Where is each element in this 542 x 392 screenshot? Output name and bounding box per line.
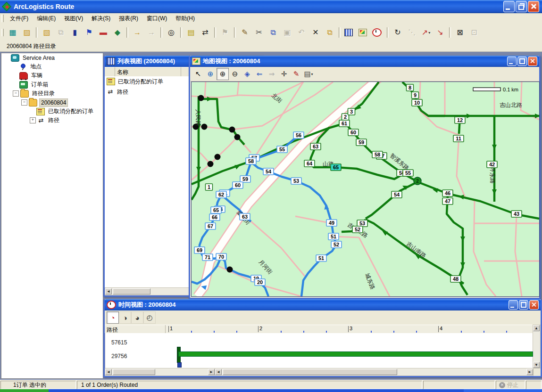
time-view-button[interactable] <box>371 26 384 39</box>
tree-expander-route-folder[interactable]: − <box>13 90 19 97</box>
map-maximize-button[interactable] <box>517 57 527 66</box>
time-names-hscrollbar[interactable]: ◄ ► <box>105 368 215 376</box>
lock-button[interactable]: ⊠ <box>453 26 467 39</box>
unassigned-stop-dot-4 <box>234 134 241 140</box>
full-clock-button[interactable]: ◕ <box>131 311 143 324</box>
find-button[interactable]: ◎ <box>165 26 178 39</box>
map-view-button[interactable] <box>357 26 370 39</box>
properties-button[interactable]: ✎ <box>238 26 251 39</box>
time-scroll-up-button[interactable]: ▲ <box>533 325 540 331</box>
menu-item-edit[interactable]: 编辑(E) <box>33 14 60 24</box>
title-bar[interactable]: ArcLogistics Route <box>0 0 542 13</box>
menu-grip[interactable] <box>1 15 4 22</box>
hour-clock-button[interactable]: ◔ <box>107 311 119 324</box>
street-0 <box>192 82 303 98</box>
reassign-button[interactable]: ↗▾ <box>419 26 433 39</box>
time-gantt-scroll-right[interactable]: ► <box>526 369 533 375</box>
time-maximize-button[interactable] <box>519 300 528 310</box>
time-gantt-hscrollbar[interactable]: ◄ ► <box>215 368 534 376</box>
zoom-selected-button[interactable]: ◈ <box>241 68 253 80</box>
new-database-button[interactable]: ▦ <box>6 26 19 39</box>
map-toolbar: ↖⊕⊕⊖◈⇐⇒✛✎▤▾ <box>190 67 539 82</box>
toolbar-grip[interactable] <box>1 29 4 36</box>
map-close-button[interactable] <box>528 57 537 66</box>
list-scroll-thumb[interactable] <box>113 288 150 294</box>
map-canvas[interactable]: 北街吉山北路外环东路智溪东路山路吉山二路吉山南路城东路月河街威茂街人民路5758… <box>191 82 540 297</box>
menu-item-reports[interactable]: 报表(R) <box>115 14 142 24</box>
tree-item-routes[interactable]: +⇄路径 <box>1 116 103 125</box>
tree-item-20060804[interactable]: −20060804 <box>1 98 103 107</box>
forward-extent-button[interactable]: ⇒ <box>266 68 278 80</box>
unassigned-orders-icon <box>36 108 45 115</box>
new-folder-button[interactable]: ▧ <box>40 26 53 39</box>
tree-item-vehicles[interactable]: 车辆 <box>1 71 103 80</box>
import-orders-icon: → <box>133 29 141 36</box>
menu-item-view[interactable]: 视图(V) <box>60 14 87 24</box>
time-minimize-button[interactable] <box>509 300 518 310</box>
pan-hand-button[interactable]: ✛ <box>278 68 290 80</box>
gantt-bar-route-29756[interactable] <box>178 351 533 357</box>
zoom-out-button[interactable]: ⊖ <box>229 68 241 80</box>
quarter-clock-button[interactable]: ◑ <box>119 311 131 324</box>
order-box-button[interactable]: ◆ <box>111 26 124 39</box>
time-gantt-scroll-thumb[interactable] <box>223 369 397 375</box>
stop-button[interactable]: ✕ 停止 <box>496 381 525 389</box>
stop-marker-46: 20 <box>257 279 263 285</box>
unassign-button[interactable]: ↘ <box>434 26 447 39</box>
menu-item-help[interactable]: 帮助(H) <box>171 14 199 24</box>
copy-button[interactable]: ⧉ <box>267 26 280 39</box>
orders-view-button[interactable]: ▤ <box>184 26 198 39</box>
taskbar-strip[interactable] <box>0 389 542 392</box>
time-vscrollbar[interactable]: ▲ ▼ <box>533 325 541 368</box>
menu-item-file[interactable]: 文件(F) <box>6 14 33 24</box>
tree-item-unassigned-orders[interactable]: 已取消分配的订单 <box>1 107 103 116</box>
save-button[interactable]: ▮ <box>68 26 82 39</box>
paste-special-button[interactable]: ⧉ <box>323 26 336 39</box>
tree-expander-routes[interactable]: + <box>30 117 36 123</box>
tree-expander-20060804[interactable]: − <box>21 99 27 106</box>
time-scroll-down-button[interactable]: ▼ <box>533 362 540 368</box>
import-orders-button[interactable]: → <box>131 26 144 39</box>
tree-label-20060804: 20060804 <box>39 98 68 107</box>
list-header-blank[interactable] <box>105 67 115 76</box>
tree-item-route-folder[interactable]: −路径目录 <box>1 89 103 98</box>
back-extent-button[interactable]: ⇐ <box>253 68 266 80</box>
time-view-titlebar[interactable]: 时间视图 : 20060804 <box>105 299 541 310</box>
map-view-titlebar[interactable]: 地图视图 : 20060804 <box>190 56 539 67</box>
table-view-button[interactable] <box>343 26 356 39</box>
day-24-clock-button[interactable]: ◴ <box>143 311 156 324</box>
time-row-label-0[interactable]: 57615 <box>111 339 127 346</box>
tree-item-service-area[interactable]: Service Area <box>1 53 103 62</box>
print-button[interactable]: ▤▾ <box>302 68 315 80</box>
select-pointer-button[interactable]: ↖ <box>192 68 204 80</box>
menu-item-window[interactable]: 窗口(W) <box>142 14 171 24</box>
restore-button[interactable] <box>516 1 527 12</box>
delete-button[interactable]: ✕ <box>309 26 322 39</box>
tree-item-order-box[interactable]: 订单箱 <box>1 80 103 89</box>
locations-button[interactable]: ⚑ <box>83 26 96 39</box>
zoom-in-button[interactable]: ⊕ <box>217 68 229 80</box>
list-scroll-left-button[interactable]: ◄ <box>105 288 112 294</box>
minimize-button[interactable] <box>503 1 515 12</box>
time-row-label-1[interactable]: 29756 <box>111 353 127 359</box>
tree-item-locations[interactable]: 地点 <box>1 62 103 71</box>
close-button[interactable] <box>528 1 539 12</box>
list-header-name[interactable]: 名称 <box>115 67 181 76</box>
open-folder-button[interactable]: ▨ <box>20 26 33 39</box>
time-names-scroll-right[interactable]: ► <box>208 369 215 375</box>
time-names-scroll-left[interactable]: ◄ <box>105 369 112 375</box>
cut-button[interactable]: ✂ <box>252 26 266 39</box>
time-gantt-area[interactable] <box>105 333 534 368</box>
time-close-button[interactable] <box>529 300 539 310</box>
vehicles-button[interactable]: ▬ <box>97 26 110 39</box>
status-end-cell <box>526 381 542 389</box>
full-extent-globe-button[interactable]: ⊕ <box>204 68 217 80</box>
time-names-scroll-thumb[interactable] <box>113 369 155 375</box>
time-header-divider[interactable] <box>165 325 166 334</box>
routes-button[interactable]: ⇄ <box>199 26 212 39</box>
draw-pencil-button[interactable]: ✎ <box>290 68 302 80</box>
menu-item-solve[interactable]: 解决(S) <box>87 14 115 24</box>
map-minimize-button[interactable] <box>507 57 517 66</box>
solve-button[interactable]: ↻ <box>391 26 404 39</box>
time-gantt-scroll-left[interactable]: ◄ <box>215 369 222 375</box>
